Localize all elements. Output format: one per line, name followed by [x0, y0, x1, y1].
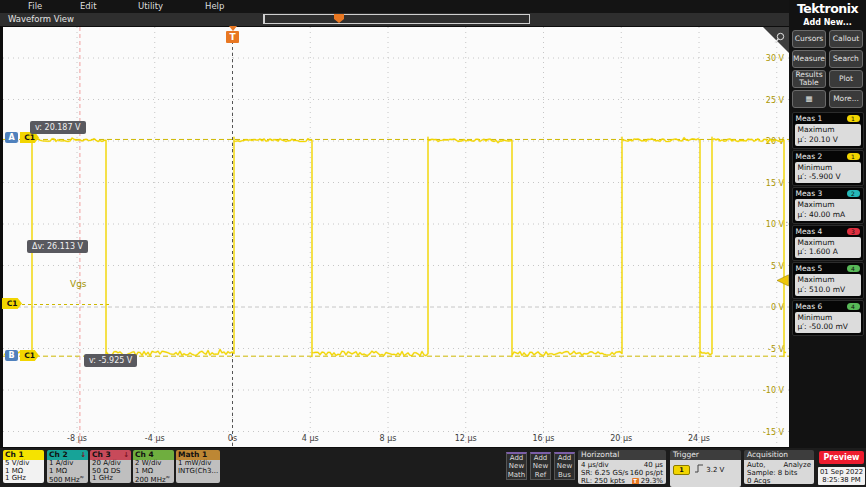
trigger-position-flag[interactable]: T	[226, 31, 239, 43]
acquisition-sample: Sample: 8 bits	[747, 469, 811, 477]
horizontal-badge[interactable]: Horizontal 4 μs/div40 μs SR: 6.25 GS/s16…	[578, 450, 666, 484]
meas-type: Maximum	[798, 200, 858, 210]
meas-value: μ′: 1.600 A	[798, 247, 858, 257]
bw-limit-icon: ≈	[166, 474, 171, 480]
meas-badge-6[interactable]: Meas 64 Minimumμ′: -50.00 mV	[792, 300, 864, 337]
meas-title: Meas 4	[796, 227, 823, 236]
meas-badge-4[interactable]: Meas 43 Maximumμ′: 1.600 A	[792, 225, 864, 262]
svg-text:24 μs: 24 μs	[688, 434, 710, 443]
meas-value: μ′: 40.00 mA	[798, 210, 858, 220]
meas-source-badge: 4	[847, 303, 860, 310]
menu-utility[interactable]: Utility	[138, 1, 163, 11]
acquisition-overview-bar[interactable]	[263, 14, 530, 24]
clipping-arrow-icon: ↓	[123, 450, 129, 460]
add-new-ref-button[interactable]: Add New Ref	[530, 452, 551, 480]
cursor-a-badge[interactable]: A	[5, 132, 18, 143]
meas-value: μ′: -50.00 mV	[798, 322, 858, 332]
trigger-level: 3.2 V	[706, 466, 724, 474]
acquisition-badge[interactable]: Acquisition Auto,Analyze Sample: 8 bits …	[744, 450, 814, 484]
channel-bandwidth: 1 GHz	[92, 475, 129, 483]
mask-button[interactable]: ▦	[792, 90, 826, 108]
search-button[interactable]: Search	[829, 50, 863, 68]
meas-title: Meas 5	[796, 264, 823, 273]
horizontal-sample-rate: SR: 6.25 GS/s	[581, 469, 628, 477]
meas-value: μ′: 510.0 mV	[798, 285, 858, 295]
svg-text:30 V: 30 V	[766, 54, 785, 63]
channel-badge-ch4[interactable]: Ch 4 2 W/div1 MΩ200 MHz≈	[133, 450, 174, 483]
meas-type: Minimum	[798, 313, 858, 323]
meas-source-badge: 1	[847, 115, 860, 122]
add-new-button-grid: Cursors Callout Measure Search Results T…	[789, 30, 866, 108]
waveform-display[interactable]: -8 μs-4 μs0s4 μs8 μs12 μs16 μs20 μs24 μs…	[0, 0, 789, 450]
trigger-title: Trigger	[670, 450, 741, 460]
math-expression: INTG(Ch3...	[178, 468, 218, 476]
channel-badge-ch3[interactable]: Ch 3↓ 20 A/div50 Ω DS1 GHz	[90, 450, 131, 483]
horizontal-scale: 4 μs/div	[581, 461, 609, 469]
channel-badge-ch2[interactable]: Ch 2↓ 1 A/div1 MΩ500 MHz≈	[47, 450, 88, 483]
date-time-display: 01 Sep 2022 8:25:38 PM	[818, 467, 865, 485]
svg-text:0 V: 0 V	[771, 303, 785, 312]
tektronix-logo: Tektronix	[789, 1, 866, 16]
meas-badge-5[interactable]: Meas 54 Maximumμ′: 510.0 mV	[792, 262, 864, 299]
meas-type: Minimum	[798, 163, 858, 173]
svg-text:25 V: 25 V	[766, 96, 785, 105]
oscilloscope-app: File Edit Utility Help Waveform View -8 …	[0, 0, 866, 487]
view-tab-bar: Waveform View	[0, 13, 789, 26]
svg-text:20 μs: 20 μs	[610, 434, 632, 443]
clipping-arrow-icon: ↓	[80, 450, 86, 460]
svg-text:12 μs: 12 μs	[455, 434, 477, 443]
channel-bandwidth: 1 GHz	[5, 475, 42, 483]
meas-source-badge: 1	[847, 153, 860, 160]
horizontal-record-length: RL: 250 kpts	[581, 477, 625, 484]
svg-text:-15 V: -15 V	[763, 428, 785, 437]
measure-button[interactable]: Measure	[792, 50, 826, 68]
time: 8:25:38 PM	[818, 476, 865, 484]
meas-source-badge: 3	[847, 228, 860, 235]
more-button[interactable]: More...	[829, 90, 863, 108]
trigger-position-icon: T	[632, 478, 639, 484]
results-table-button[interactable]: Results Table	[792, 70, 826, 88]
waveform-label-vgs: Vgs	[70, 279, 87, 289]
channel-badge-ch1[interactable]: Ch 1 5 V/div1 MΩ1 GHz	[3, 450, 44, 483]
channel-bandwidth: 500 MHz	[49, 476, 80, 483]
meas-value: μ′: -5.900 V	[798, 172, 858, 182]
meas-type: Maximum	[798, 275, 858, 285]
callout-button[interactable]: Callout	[829, 30, 863, 48]
acquisition-mode: Auto,	[747, 461, 765, 469]
meas-source-badge: 4	[847, 265, 860, 272]
plot-button[interactable]: Plot	[829, 70, 863, 88]
add-new-bus-button[interactable]: Add New Bus	[554, 452, 575, 480]
meas-source-badge: 2	[847, 190, 860, 197]
menu-help[interactable]: Help	[205, 1, 224, 11]
svg-text:-10 V: -10 V	[763, 386, 785, 395]
mask-grid-icon: ▦	[805, 95, 812, 103]
horizontal-position: 29.3%	[641, 477, 663, 484]
menu-file[interactable]: File	[28, 1, 42, 11]
svg-text:8 μs: 8 μs	[380, 434, 397, 443]
meas-badge-3[interactable]: Meas 32 Maximumμ′: 40.00 mA	[792, 187, 864, 224]
menu-edit[interactable]: Edit	[80, 1, 96, 11]
horizontal-title: Horizontal	[578, 450, 666, 460]
tab-waveform-view[interactable]: Waveform View	[8, 14, 74, 24]
svg-text:10 V: 10 V	[766, 220, 785, 229]
trigger-badge[interactable]: Trigger 1 3.2 V	[670, 450, 741, 487]
trigger-source-badge: 1	[673, 465, 690, 475]
rising-edge-icon	[694, 464, 704, 473]
preview-button[interactable]: Preview	[819, 451, 864, 464]
cursor-b-badge[interactable]: B	[5, 350, 18, 361]
svg-text:-8 μs: -8 μs	[67, 434, 87, 443]
acquisition-action: Analyze	[783, 461, 811, 469]
overview-trigger-marker[interactable]	[334, 14, 344, 23]
cursors-button[interactable]: Cursors	[792, 30, 826, 48]
right-panel: Tektronix Add New... Cursors Callout Mea…	[789, 0, 866, 448]
cursor-a-readout: v: 20.187 V	[30, 121, 86, 134]
math-badge-math1[interactable]: Math 1 1 mW/divINTG(Ch3...	[176, 450, 220, 483]
meas-badge-2[interactable]: Meas 21 Minimumμ′: -5.900 V	[792, 150, 864, 187]
meas-title: Meas 1	[796, 114, 823, 123]
menu-bar: File Edit Utility Help	[0, 0, 866, 13]
svg-text:-5 V: -5 V	[768, 345, 785, 354]
add-new-math-button[interactable]: Add New Math	[506, 452, 527, 480]
svg-text:-4 μs: -4 μs	[145, 434, 165, 443]
meas-badge-1[interactable]: Meas 11 Maximumμ′: 20.10 V	[792, 112, 864, 149]
measurement-results-list: Meas 11 Maximumμ′: 20.10 V Meas 21 Minim…	[789, 112, 866, 336]
